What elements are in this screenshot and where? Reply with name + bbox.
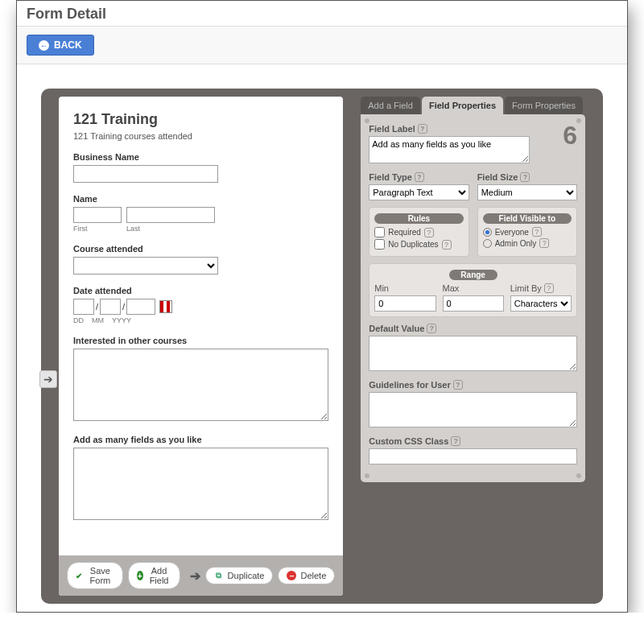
radio-admin-only[interactable]: Admin Only? bbox=[483, 238, 572, 248]
help-icon[interactable]: ? bbox=[451, 436, 460, 446]
save-form-button[interactable]: ✔Save Form bbox=[67, 562, 123, 589]
help-icon[interactable]: ? bbox=[532, 227, 542, 237]
back-button[interactable]: ← BACK bbox=[27, 35, 94, 56]
field-interested[interactable]: Interested in other courses bbox=[73, 336, 328, 423]
label-css-class: Custom CSS Class bbox=[369, 436, 448, 446]
help-icon[interactable]: ? bbox=[539, 238, 549, 248]
field-business-name[interactable]: Business Name bbox=[73, 152, 328, 183]
rules-box: Rules Required? No Duplicates? bbox=[369, 207, 469, 257]
select-field-type[interactable]: Paragraph Text bbox=[369, 184, 469, 200]
field-extra[interactable]: Add as many fields as you like bbox=[73, 435, 328, 522]
select-course[interactable] bbox=[73, 257, 218, 275]
checkbox-noduplicates[interactable]: No Duplicates? bbox=[374, 239, 463, 250]
textarea-extra[interactable] bbox=[73, 448, 328, 520]
sublabel-dd: DD bbox=[73, 316, 84, 324]
form-description: 121 Training courses attended bbox=[73, 131, 328, 141]
help-icon[interactable]: ? bbox=[453, 380, 463, 390]
label-date: Date attended bbox=[73, 286, 328, 295]
properties-body: 6 Field Label? Add as many fields as you… bbox=[361, 114, 585, 482]
field-course[interactable]: Course attended bbox=[73, 244, 328, 275]
save-form-label: Save Form bbox=[86, 566, 114, 585]
help-icon[interactable]: ? bbox=[427, 324, 436, 333]
arrow-icon: ➔ bbox=[190, 568, 200, 584]
radio-everyone[interactable]: Everyone? bbox=[483, 227, 572, 237]
help-icon[interactable]: ? bbox=[442, 240, 452, 250]
check-icon: ✔ bbox=[76, 571, 82, 580]
back-arrow-icon: ← bbox=[39, 40, 49, 51]
label-business-name: Business Name bbox=[73, 152, 328, 162]
tab-add-field[interactable]: Add a Field bbox=[361, 97, 420, 114]
sublabel-last: Last bbox=[126, 225, 215, 233]
input-first-name[interactable] bbox=[73, 207, 122, 223]
help-icon[interactable]: ? bbox=[544, 283, 554, 293]
label-field-label: Field Label bbox=[369, 124, 415, 134]
label-extra: Add as many fields as you like bbox=[73, 435, 328, 444]
select-field-size[interactable]: Medium bbox=[477, 184, 577, 200]
properties-tabs: Add a Field Field Properties Form Proper… bbox=[361, 97, 585, 114]
label-name: Name bbox=[73, 194, 328, 204]
tab-form-properties[interactable]: Form Properties bbox=[505, 97, 583, 114]
calendar-icon[interactable] bbox=[159, 300, 172, 313]
help-icon[interactable]: ? bbox=[424, 228, 434, 237]
rules-header: Rules bbox=[374, 213, 463, 224]
label-course: Course attended bbox=[73, 244, 328, 254]
textarea-guidelines[interactable] bbox=[369, 392, 577, 427]
input-last-name[interactable] bbox=[126, 207, 215, 223]
tab-field-properties[interactable]: Field Properties bbox=[422, 97, 503, 114]
help-icon[interactable]: ? bbox=[418, 124, 427, 134]
add-field-button[interactable]: +Add Field bbox=[128, 562, 180, 589]
checkbox-required[interactable]: Required? bbox=[374, 227, 463, 237]
form-action-bar: ✔Save Form +Add Field ➔ ⧉Duplicate –Dele… bbox=[59, 555, 343, 596]
prev-page-arrow[interactable]: ➔ bbox=[39, 370, 57, 388]
input-business-name[interactable] bbox=[73, 165, 218, 183]
field-date[interactable]: Date attended / / DD MM YYYY bbox=[73, 286, 328, 324]
sublabel-mm: MM bbox=[92, 316, 104, 324]
help-icon[interactable]: ? bbox=[415, 172, 424, 182]
label-max: Max bbox=[443, 283, 504, 293]
sublabel-first: First bbox=[73, 225, 122, 233]
delete-icon: – bbox=[287, 571, 296, 580]
input-field-label[interactable]: Add as many fields as you like bbox=[369, 136, 530, 163]
label-field-type: Field Type bbox=[369, 172, 412, 182]
toolbar: ← BACK bbox=[17, 27, 627, 64]
sublabel-yyyy: YYYY bbox=[112, 316, 131, 324]
label-default-value: Default Value bbox=[369, 324, 424, 333]
select-limit[interactable]: Characters bbox=[510, 295, 572, 312]
range-box: Range Min Max Limit By ?Characters bbox=[369, 263, 577, 317]
delete-button[interactable]: –Delete bbox=[278, 567, 335, 584]
textarea-default-value[interactable] bbox=[369, 336, 577, 371]
visibility-header: Field Visible to bbox=[483, 213, 572, 224]
duplicate-button[interactable]: ⧉Duplicate bbox=[205, 567, 274, 584]
delete-label: Delete bbox=[300, 571, 326, 580]
input-css-class[interactable] bbox=[369, 448, 577, 464]
input-yyyy[interactable] bbox=[126, 299, 155, 315]
range-header: Range bbox=[449, 270, 497, 280]
page-title: Form Detail bbox=[17, 1, 627, 27]
date-sep-1: / bbox=[96, 302, 98, 312]
form-title: 121 Training bbox=[73, 111, 328, 128]
step-number: 6 bbox=[563, 121, 577, 151]
panel-screw-icon bbox=[365, 473, 369, 478]
input-max[interactable] bbox=[443, 295, 504, 312]
properties-panel: Add a Field Field Properties Form Proper… bbox=[361, 97, 585, 482]
label-min: Min bbox=[374, 283, 436, 293]
add-field-label: Add Field bbox=[147, 566, 171, 585]
input-dd[interactable] bbox=[73, 299, 94, 315]
textarea-interested[interactable] bbox=[73, 349, 328, 421]
panel-screw-icon bbox=[576, 473, 581, 478]
canvas-wrap: ➔ ➔ 121 Training 121 Training courses at… bbox=[17, 64, 627, 612]
app-window: Form Detail ← BACK ➔ ➔ 121 Training 121 … bbox=[16, 0, 628, 613]
label-interested: Interested in other courses bbox=[73, 336, 328, 345]
input-min[interactable] bbox=[374, 295, 436, 312]
label-guidelines: Guidelines for User bbox=[369, 380, 450, 390]
label-field-size: Field Size bbox=[477, 172, 518, 182]
duplicate-icon: ⧉ bbox=[214, 571, 224, 580]
help-icon[interactable]: ? bbox=[520, 172, 530, 182]
visibility-box: Field Visible to Everyone? Admin Only? bbox=[477, 207, 577, 257]
back-button-label: BACK bbox=[54, 39, 82, 51]
plus-icon: + bbox=[137, 571, 143, 580]
input-mm[interactable] bbox=[100, 299, 121, 315]
field-name[interactable]: Name First Last bbox=[73, 194, 328, 233]
date-sep-2: / bbox=[122, 302, 125, 312]
label-limit: Limit By bbox=[510, 283, 542, 293]
